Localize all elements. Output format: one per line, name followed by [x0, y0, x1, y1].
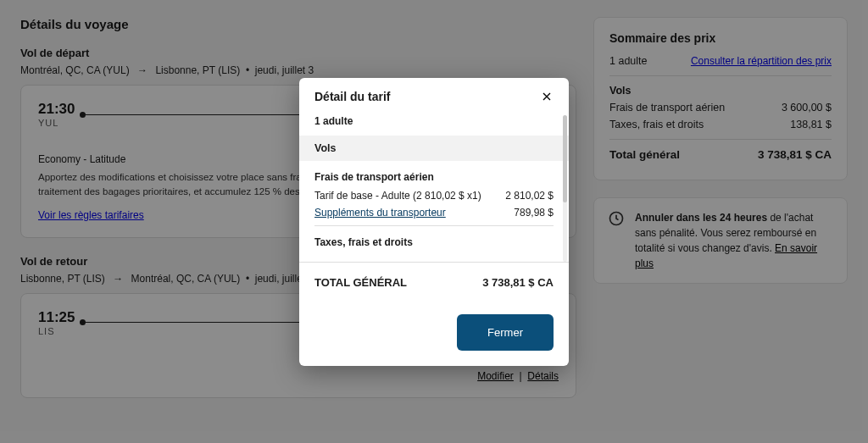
- modal-tax-heading: Taxes, frais et droits: [314, 236, 554, 248]
- modal-total-value: 3 738,81 $ CA: [482, 276, 554, 289]
- modal-flights-band: Vols: [299, 136, 569, 161]
- modal-air-heading: Frais de transport aérien: [314, 171, 554, 183]
- fare-detail-modal: Détail du tarif 1 adulte Vols Frais de t…: [299, 78, 569, 366]
- modal-overlay[interactable]: Détail du tarif 1 adulte Vols Frais de t…: [0, 0, 868, 443]
- carrier-surcharge-value: 789,98 $: [514, 207, 554, 219]
- carrier-surcharge-link[interactable]: Suppléments du transporteur: [314, 207, 446, 219]
- modal-pax: 1 adulte: [314, 115, 554, 127]
- close-button[interactable]: Fermer: [457, 314, 554, 351]
- scrollbar-thumb[interactable]: [563, 115, 567, 203]
- modal-title: Détail du tarif: [314, 90, 390, 103]
- modal-total-label: TOTAL GÉNÉRAL: [314, 276, 407, 289]
- base-fare-label: Tarif de base - Adulte (2 810,02 $ x1): [314, 190, 481, 202]
- close-icon[interactable]: [540, 90, 554, 103]
- base-fare-value: 2 810,02 $: [505, 190, 554, 202]
